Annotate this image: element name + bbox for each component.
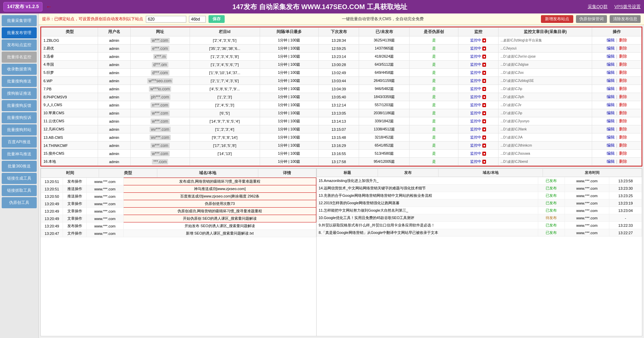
cell-interval: 1分钟 | 100篇 — [260, 36, 318, 44]
sidebar-item-shenma-push[interactable]: 批量神马推送 — [2, 149, 37, 160]
cell-op: 编辑 | 删除 — [592, 150, 642, 158]
sidebar-item-sogou-feedback[interactable]: 批量搜狗反馈 — [2, 100, 37, 111]
cell-count: 3625/4139篇 — [359, 36, 410, 44]
cell-interval: 1分钟 | 100篇 — [260, 150, 318, 158]
cell-count: 2038/1186篇 — [359, 109, 410, 117]
sidebar-item-sogou-push[interactable]: 批量搜狗推送 — [2, 76, 37, 87]
edit-link[interactable]: 编辑 — [607, 94, 615, 99]
cell-ids: ['2','1','7','4','3','6'] — [190, 77, 260, 85]
monitor-on-label: 监控中 — [470, 119, 481, 124]
delete-link[interactable]: 删除 — [619, 86, 627, 91]
token-input2[interactable] — [189, 16, 206, 23]
delete-link[interactable]: 删除 — [619, 94, 627, 99]
sidebar-item-baidu-api[interactable]: 百度API推送 — [2, 136, 37, 148]
cell-count: 1437/965篇 — [359, 44, 410, 53]
cell-monitor: 监控中 ■ — [458, 44, 498, 53]
sidebar-item-publish-monitor[interactable]: 发布站点监控 — [2, 39, 37, 51]
sidebar-item-sogou-bind[interactable]: 批量搜狗邦站 — [2, 124, 37, 135]
edit-link[interactable]: 编辑 — [607, 111, 615, 115]
cell-path: ...D:\桌面\CJ\bend — [498, 158, 592, 166]
log-body: 13:20:51 发布操作 www.***.com 发布成功,网络营销的吸睛坏习… — [41, 178, 316, 336]
op-separator: | — [616, 46, 617, 51]
token-input[interactable] — [146, 16, 186, 23]
delete-link[interactable]: 删除 — [619, 143, 627, 148]
right-status: 已发布 — [538, 229, 565, 237]
delete-link[interactable]: 删除 — [619, 62, 627, 67]
delete-link[interactable]: 删除 — [619, 78, 627, 83]
delete-link[interactable]: 删除 — [619, 159, 627, 164]
header-links: 采集QQ群 VPS拨号设置 — [588, 4, 641, 10]
delete-link[interactable]: 删除 — [619, 135, 627, 140]
cell-monitor: 监控中 ■ — [458, 142, 498, 150]
log-row: 13:20:49 文章操作 www.***.com 伪原创使用次数73 — [41, 200, 316, 208]
sidebar-item-sogou-verify[interactable]: 搜狗验证推送 — [2, 88, 37, 99]
edit-link[interactable]: 编辑 — [607, 62, 615, 67]
cell-path: ...D:\桌面\CJ\ph — [498, 93, 592, 101]
cell-type: 16.本地 — [41, 158, 98, 166]
monitor-on-label: 监控中 — [470, 54, 481, 59]
table-row: 13.AB-CMS admin wv***.com ['9','7','6','… — [41, 133, 642, 142]
monitor-icon: ■ — [482, 63, 486, 67]
delete-link[interactable]: 删除 — [619, 119, 627, 123]
sidebar-item-fake-original[interactable]: 伪原创工具 — [2, 197, 37, 208]
sidebar-item-sogou-complaint[interactable]: 批量搜狗投诉 — [2, 112, 37, 123]
sidebar-item-index-query[interactable]: 收录数据查询 — [2, 64, 37, 75]
delete-link[interactable]: 删除 — [619, 54, 627, 59]
edit-link[interactable]: 编辑 — [607, 78, 615, 83]
cell-path: ...D:\桌面\CJ\zblog\SE — [498, 77, 592, 85]
edit-link[interactable]: 编辑 — [607, 143, 615, 148]
log-detail: 伪原创成功,网络营销的吸睛坏习惯_搜寻量准题重程 — [124, 208, 316, 215]
cell-next: 13:15:48 — [318, 133, 359, 142]
log-row: 13:20:49 文章操作 www.***.com 伪原创成功,网络营销的吸睛坏… — [41, 208, 316, 215]
delete-link[interactable]: 删除 — [619, 46, 627, 51]
op-separator: | — [616, 151, 617, 156]
cell-interval: 1分钟 | 100篇 — [260, 85, 318, 93]
log-time: 13:20:50 — [41, 193, 63, 200]
delete-link[interactable]: 删除 — [619, 102, 627, 107]
delete-link[interactable]: 删除 — [619, 111, 627, 115]
sidebar-item-link-gen[interactable]: 链接生成工具 — [2, 173, 37, 184]
cell-fake: 是 — [410, 53, 458, 61]
sidebar-item-rank-monitor[interactable]: 批量排名监控 — [2, 52, 37, 63]
sidebar-item-batch-publish[interactable]: 批量发布管理 — [2, 27, 37, 38]
edit-link[interactable]: 编辑 — [607, 151, 615, 156]
cell-interval: 1分钟 | 100篇 — [260, 44, 318, 53]
edit-link[interactable]: 编辑 — [607, 38, 615, 42]
cell-ids: ['1','2','3'] — [190, 93, 260, 101]
cell-next: 13:03:44 — [318, 77, 359, 85]
new-site-button[interactable]: 新增发布站点 — [541, 15, 573, 23]
edit-link[interactable]: 编辑 — [607, 46, 615, 51]
fake-save-button[interactable]: 伪原创保管词 — [576, 15, 607, 23]
edit-link[interactable]: 编辑 — [607, 127, 615, 131]
delete-link[interactable]: 删除 — [619, 38, 627, 42]
cell-op: 编辑 | 删除 — [592, 117, 642, 125]
edit-link[interactable]: 编辑 — [607, 119, 615, 123]
qq-group-link[interactable]: 采集QQ群 — [588, 4, 608, 10]
col-next: 下次发布 — [318, 28, 359, 36]
delete-link[interactable]: 删除 — [619, 70, 627, 75]
clear-button[interactable]: 清除发布信息 — [610, 15, 641, 23]
sidebar-item-link-fetch[interactable]: 链接抓取工具 — [2, 185, 37, 196]
edit-link[interactable]: 编辑 — [607, 86, 615, 91]
cell-path: ...D:\桌面\CJ\thinkcm — [498, 142, 592, 150]
sidebar-item-batch-collect[interactable]: 批量采集管理 — [2, 15, 37, 26]
header: 147发布 v1.2.5 ← 147发布 自动采集发布 WWW.147SEO.C… — [0, 0, 644, 13]
cell-type: 12.凡科CMS — [41, 125, 98, 133]
edit-link[interactable]: 编辑 — [607, 102, 615, 107]
vps-settings-link[interactable]: VPS拨号设置 — [614, 4, 641, 10]
cell-fake: 是 — [410, 77, 458, 85]
main-container: 批量采集管理 批量发布管理 发布站点监控 批量排名监控 收录数据查询 批量搜狗推… — [0, 13, 644, 338]
edit-link[interactable]: 编辑 — [607, 54, 615, 59]
delete-link[interactable]: 删除 — [619, 127, 627, 131]
sidebar-item-360-push[interactable]: 批量360推送 — [2, 161, 37, 172]
cell-monitor: 监控中 ■ — [458, 133, 498, 142]
delete-link[interactable]: 删除 — [619, 151, 627, 156]
edit-link[interactable]: 编辑 — [607, 159, 615, 164]
cell-monitor: 监控中 ■ — [458, 117, 498, 125]
cell-op: 编辑 | 删除 — [592, 85, 642, 93]
log-table: 时间 类型 域名/本地 详情 — [41, 168, 316, 178]
cell-fake: 是 — [410, 133, 458, 142]
edit-link[interactable]: 编辑 — [607, 70, 615, 75]
save-button[interactable]: 保存 — [208, 15, 225, 23]
edit-link[interactable]: 编辑 — [607, 135, 615, 140]
